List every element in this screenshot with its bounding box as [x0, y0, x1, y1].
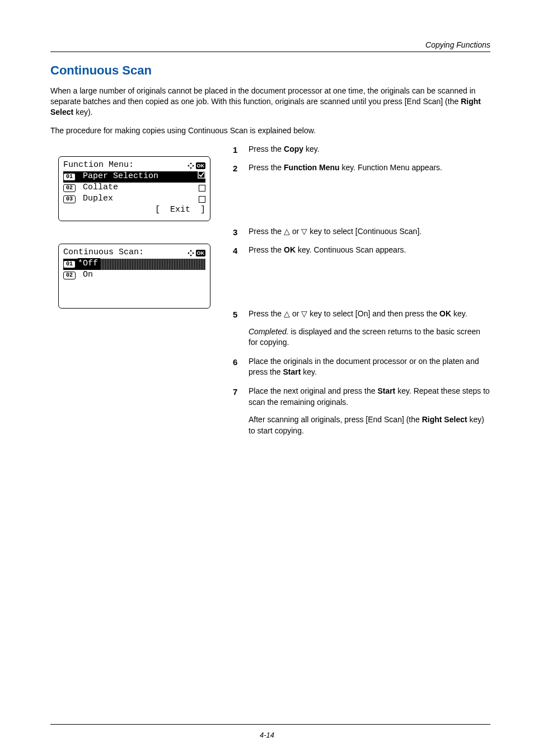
lcd-function-menu: Function Menu: OK 01 Paper Selection 02	[58, 156, 210, 221]
step-6: Place the originals in the document proc…	[233, 356, 490, 378]
lcd2-row1-num: 01	[63, 260, 76, 268]
up-triangle-icon: △	[284, 309, 290, 318]
intro-paragraph-1: When a large number of originals cannot …	[50, 86, 490, 118]
down-triangle-icon: ▽	[301, 227, 307, 236]
step-4: Press the OK key. Continuous Scan appear…	[233, 245, 490, 256]
step-5-sub: Completed. is displayed and the screen r…	[249, 326, 490, 348]
nav-ok-indicator: OK	[187, 249, 206, 257]
lcd1-row3-label: Duplex	[78, 193, 199, 204]
footer-rule	[50, 724, 490, 725]
lcd1-footer: [ Exit ]	[155, 204, 205, 216]
step-3: Press the △ or ▽ key to select [Continuo…	[233, 226, 490, 237]
step-2: Press the Function Menu key. Function Me…	[233, 162, 490, 174]
step-7-sub: After scanning all originals, press [End…	[249, 414, 490, 436]
lcd2-row2-num: 02	[63, 272, 76, 279]
step-7: Place the next original and press the St…	[233, 386, 490, 436]
intro-paragraph-2: The procedure for making copies using Co…	[50, 125, 490, 136]
section-title: Continuous Scan	[50, 63, 490, 78]
check-icon	[198, 171, 205, 183]
running-head: Copying Functions	[50, 40, 490, 49]
hatched-fill	[100, 259, 205, 270]
step-1: Press the Copy key.	[233, 144, 490, 155]
nav-ok-indicator: OK	[187, 162, 206, 170]
up-triangle-icon: △	[284, 227, 290, 236]
lcd2-row1-label: *Off	[78, 258, 100, 269]
lcd1-row1-num: 01	[63, 173, 76, 181]
lcd1-row2-num: 02	[63, 184, 76, 192]
ok-badge: OK	[196, 162, 206, 169]
header-rule	[50, 52, 490, 52]
down-triangle-icon: ▽	[301, 309, 307, 318]
lcd1-title: Function Menu:	[63, 160, 187, 171]
step-5: Press the △ or ▽ key to select [On] and …	[233, 309, 490, 348]
checkbox-empty-icon	[199, 196, 205, 203]
checkbox-empty-icon	[199, 185, 205, 192]
lcd1-row1-label: Paper Selection	[78, 171, 198, 182]
ok-badge: OK	[196, 250, 206, 256]
lcd2-title: Continuous Scan:	[63, 247, 187, 258]
dpad-icon	[187, 249, 195, 257]
lcd1-row2-label: Collate	[78, 182, 199, 193]
lcd1-row3-num: 03	[63, 195, 76, 203]
bold-right-select: Right Select	[50, 97, 481, 116]
lcd-continuous-scan: Continuous Scan: OK 01 *Off 02 On	[58, 244, 210, 309]
lcd2-row2-label: On	[78, 269, 205, 281]
dpad-icon	[187, 162, 195, 170]
page-number: 4-14	[0, 731, 534, 739]
